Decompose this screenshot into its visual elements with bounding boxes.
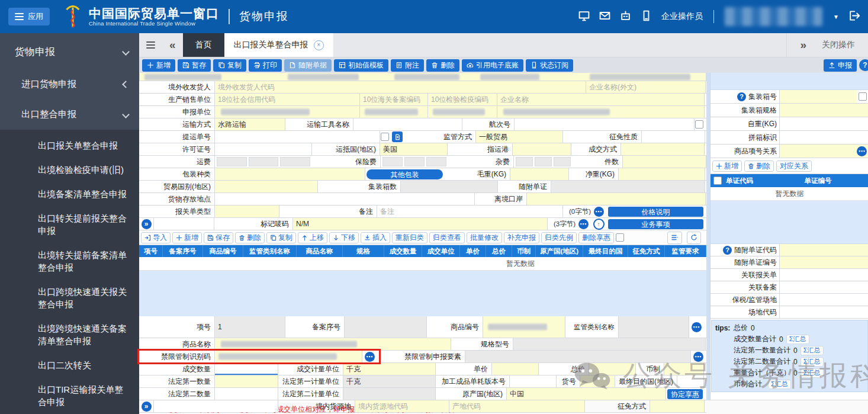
- fee-subfield[interactable]: [249, 157, 279, 166]
- goods-toolbar-checkbox[interactable]: [616, 233, 624, 242]
- record-serial-field[interactable]: [344, 316, 427, 338]
- fee-subfield[interactable]: [554, 157, 571, 166]
- declaration-type-field[interactable]: [214, 206, 279, 217]
- goods-col-header-成交单位[interactable]: 成交单位: [422, 245, 460, 257]
- goods-toolbar-button-重新归类[interactable]: 重新归类: [392, 232, 427, 243]
- misc-fee-fields[interactable]: [513, 156, 573, 168]
- overseas-consignee-name-field[interactable]: 企业名称(外文): [586, 81, 706, 93]
- goods-col-header-最终目的国[interactable]: 最终目的国: [583, 245, 628, 257]
- sidebar-item-5[interactable]: 出口跨境快速通关报关整合申报: [0, 280, 139, 316]
- legal-qty2-field[interactable]: [214, 388, 278, 400]
- related-record-field[interactable]: [779, 281, 868, 293]
- site-code-field[interactable]: [779, 306, 868, 318]
- goods-toolbar-button-删除享惠[interactable]: 删除享惠: [578, 232, 614, 243]
- marks-top-icon[interactable]: ↑: [593, 219, 605, 230]
- supervision-category-field[interactable]: [618, 316, 689, 338]
- container-no-checkbox[interactable]: [859, 92, 867, 101]
- fee-subfield[interactable]: [426, 157, 446, 166]
- sum-button[interactable]: Σ汇总: [801, 346, 824, 355]
- container-count-field[interactable]: [400, 181, 498, 192]
- supervision-mode-field[interactable]: 一般贸易: [475, 131, 563, 143]
- producer-ciq-code-field[interactable]: 10位检验检疫编码: [427, 94, 497, 105]
- sidebar-item-6[interactable]: 出境跨境快速通关备案清单整合申报: [0, 316, 139, 353]
- bonded-site-field[interactable]: [779, 294, 868, 306]
- goods-col-header-规格[interactable]: 规格: [343, 245, 384, 257]
- package-type-field[interactable]: [214, 168, 365, 180]
- sum-button[interactable]: Σ汇总: [768, 380, 791, 389]
- freight-fields[interactable]: [214, 156, 312, 168]
- declaring-agent-customs-code-field[interactable]: [359, 106, 428, 118]
- accompanying-docs-field[interactable]: [551, 181, 705, 192]
- bill-no-field[interactable]: [214, 131, 380, 143]
- goods-toolbar-button-删除[interactable]: 删除: [235, 232, 265, 243]
- fee-subfield[interactable]: [280, 157, 310, 166]
- other-package-button[interactable]: 其他包装: [367, 169, 443, 179]
- transaction-unit-field[interactable]: 千克: [343, 363, 436, 375]
- app-menu-button[interactable]: 应用: [8, 8, 50, 25]
- goods-toolbar-button-补充申报[interactable]: 补充申报: [504, 232, 539, 243]
- unit-price-field[interactable]: [491, 363, 539, 375]
- commodity-name-field[interactable]: [214, 338, 451, 350]
- tabs-scroll-right-icon[interactable]: »: [800, 34, 806, 56]
- sidebar-item-2[interactable]: 出境备案清单整合申报: [0, 182, 139, 206]
- legal-qty1-field[interactable]: [214, 376, 278, 387]
- supervision-category-more-icon[interactable]: ⋯: [692, 322, 702, 332]
- list-menu-icon[interactable]: [667, 232, 682, 244]
- origin-place-code-field[interactable]: 产地代码: [449, 400, 585, 412]
- mobile-icon[interactable]: [641, 10, 652, 23]
- bill-no-checkbox[interactable]: [381, 133, 389, 141]
- consumption-version-field[interactable]: [509, 376, 557, 387]
- toolbar-button-删除[interactable]: 删除: [426, 59, 459, 72]
- destination-port-field[interactable]: [512, 143, 571, 155]
- product-no-field[interactable]: [580, 376, 615, 387]
- agreement-benefit-button[interactable]: 协定享惠: [667, 389, 703, 399]
- toolbar-button-附注[interactable]: 附注: [391, 59, 424, 72]
- goods-toolbar-button-下移[interactable]: 下移: [329, 232, 359, 243]
- gross-weight-field[interactable]: [510, 168, 569, 180]
- item-relation-field[interactable]: ⋯: [779, 145, 868, 158]
- sum-button[interactable]: Σ汇总: [801, 357, 824, 367]
- exemption-mode-field[interactable]: [650, 400, 705, 412]
- document-select-all-checkbox[interactable]: [713, 176, 722, 185]
- help-icon[interactable]: ?: [737, 92, 746, 101]
- tab-home[interactable]: 首页: [183, 33, 224, 57]
- marks-numbers-field[interactable]: N/M: [292, 218, 548, 230]
- declaring-agent-uscc-field[interactable]: [214, 106, 360, 118]
- goods-col-header-商品编号[interactable]: 商品编号: [203, 245, 243, 257]
- restriction-id-field[interactable]: [214, 351, 362, 362]
- item-no-field[interactable]: 1: [214, 316, 285, 338]
- toolbar-button-暂存[interactable]: 暂存: [178, 59, 211, 72]
- destination-country-field[interactable]: 美国: [380, 143, 448, 155]
- trade-country-field[interactable]: [214, 181, 318, 192]
- domestic-source-field[interactable]: 境内货源地代码: [355, 400, 449, 412]
- mail-icon[interactable]: [599, 10, 610, 23]
- producer-uscc-field[interactable]: 18位社会信用代码: [214, 94, 360, 105]
- sidebar-item-7[interactable]: 出口二次转关: [0, 353, 139, 377]
- marks-more-icon[interactable]: ⋯: [578, 219, 589, 229]
- tab-close-icon[interactable]: ×: [314, 40, 324, 50]
- goods-toolbar-button-上移[interactable]: 上移: [298, 232, 327, 243]
- restriction-elements-field[interactable]: [465, 351, 691, 362]
- bill-no-helper-icon[interactable]: [392, 131, 403, 142]
- producer-customs-code-field[interactable]: 10位海关备案编码: [359, 94, 428, 105]
- more-icon[interactable]: ⋯: [857, 146, 867, 156]
- toolbar-button-状态订阅[interactable]: 状态订阅: [526, 59, 573, 72]
- transaction-qty-field[interactable]: [214, 363, 278, 375]
- form-spacer-field[interactable]: [153, 218, 214, 230]
- goods-toolbar-button-归类查看[interactable]: 归类查看: [429, 232, 465, 243]
- goods-col-header-原产国(地区)[interactable]: 原产国(地区): [536, 245, 583, 257]
- legal-unit2-field[interactable]: [343, 388, 436, 400]
- toolbar-button-复制[interactable]: 复制: [213, 59, 246, 72]
- fee-subfield[interactable]: [382, 157, 403, 166]
- fee-subfield[interactable]: [217, 157, 247, 166]
- toolbar-button-初始值模板[interactable]: 初始值模板: [334, 59, 388, 72]
- detail-spacer-field[interactable]: [153, 400, 278, 412]
- fee-subfield[interactable]: [535, 157, 552, 166]
- container-no-field[interactable]: [779, 90, 857, 103]
- voyage-checkbox[interactable]: [695, 120, 703, 129]
- doc-no-field[interactable]: [779, 256, 868, 268]
- goods-col-header-单价[interactable]: 单价: [460, 245, 486, 257]
- currency-field[interactable]: [664, 363, 704, 375]
- declaring-agent-ciq-code-field[interactable]: [427, 106, 497, 118]
- storage-place-field[interactable]: [214, 193, 475, 205]
